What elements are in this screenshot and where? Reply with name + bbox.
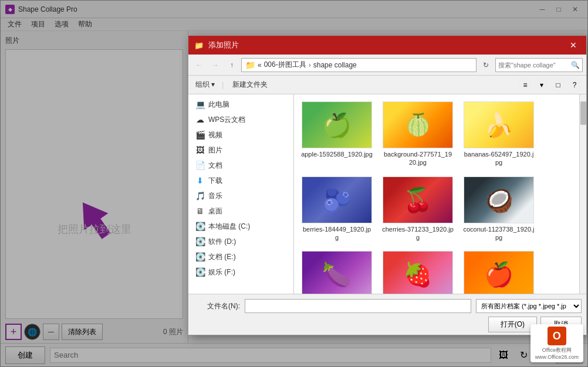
- view-btn-large[interactable]: □: [551, 78, 565, 92]
- video-icon: 🎬: [195, 130, 205, 140]
- file-name-bananas: bananas-652497_1920.jpg: [463, 150, 535, 167]
- wps-icon: ☁: [195, 115, 205, 124]
- path-part-2[interactable]: shape collage: [313, 61, 357, 69]
- nav-search-input[interactable]: [498, 62, 569, 69]
- new-folder-button[interactable]: 新建文件夹: [228, 78, 272, 91]
- watermark-text-2: www.Office26.com: [535, 354, 579, 360]
- file-name-background: background-277571_1920.jpg: [382, 150, 454, 167]
- sidebar-label-desktop: 桌面: [208, 206, 222, 216]
- nav-forward-button[interactable]: →: [208, 58, 222, 72]
- dialog-body: 💻 此电脑 ☁ WPS云文档 🎬 视频 🖼 图片 📄 文档: [188, 94, 586, 294]
- dialog-title-left: 📁 添加照片: [194, 40, 239, 50]
- dialog-sidebar: 💻 此电脑 ☁ WPS云文档 🎬 视频 🖼 图片 📄 文档: [188, 94, 294, 294]
- sidebar-item-downloads[interactable]: ⬇ 下载: [188, 173, 293, 188]
- watermark-text-1: Office教程网: [542, 346, 572, 354]
- file-item-background[interactable]: background-277571_1920.jpg: [380, 99, 456, 169]
- filename-input[interactable]: [245, 299, 471, 313]
- dialog-nav: ← → ↑ 📁 « 006-拼图工具 › shape collage ↻ 🔍: [188, 55, 586, 76]
- sidebar-label-drive-c: 本地磁盘 (C:): [208, 222, 250, 232]
- sidebar-label-docs: 文档: [208, 161, 222, 171]
- file-name-cherries: cherries-371233_1920.jpg: [382, 225, 454, 242]
- sidebar-label-music: 音乐: [208, 191, 222, 201]
- path-separator-1: «: [258, 61, 262, 69]
- music-icon: 🎵: [195, 191, 205, 201]
- file-item-fruits3[interactable]: apple-red-...: [461, 249, 537, 294]
- sidebar-item-drive-c[interactable]: 💽 本地磁盘 (C:): [188, 219, 293, 234]
- file-name-coconut: coconut-1123738_1920.jpg: [463, 225, 535, 242]
- dialog-toolbar: 组织 ▾ | 新建文件夹 ≡ ▾ □ ?: [188, 76, 586, 94]
- path-part-1[interactable]: 006-拼图工具: [264, 60, 306, 70]
- downloads-icon: ⬇: [195, 176, 205, 185]
- sidebar-item-docs[interactable]: 📄 文档: [188, 158, 293, 173]
- file-item-cherries[interactable]: cherries-371233_1920.jpg: [380, 174, 456, 244]
- sidebar-item-music[interactable]: 🎵 音乐: [188, 188, 293, 203]
- view-btn-help[interactable]: ?: [567, 78, 582, 92]
- file-item-fruits2[interactable]: fruits-...: [380, 249, 456, 294]
- scrollbar-thumb[interactable]: [580, 101, 586, 125]
- sidebar-label-video: 视频: [208, 130, 222, 140]
- office-watermark: O Office教程网 www.Office26.com: [530, 324, 583, 362]
- file-item-coconut[interactable]: coconut-1123738_1920.jpg: [461, 174, 537, 244]
- refresh-button[interactable]: ↻: [479, 58, 493, 72]
- toolbar-right: ≡ ▾ □ ?: [518, 78, 582, 92]
- sidebar-item-video[interactable]: 🎬 视频: [188, 127, 293, 142]
- dialog-close-button[interactable]: ✕: [566, 38, 580, 52]
- dialog-title-bar: 📁 添加照片 ✕: [188, 36, 586, 55]
- footer-buttons: 打开(O) 取消: [193, 317, 582, 332]
- sidebar-item-desktop[interactable]: 🖥 桌面: [188, 203, 293, 219]
- file-item-bananas[interactable]: bananas-652497_1920.jpg: [461, 99, 537, 169]
- path-chevron: ›: [309, 61, 311, 69]
- nav-up-button[interactable]: ↑: [225, 58, 239, 72]
- pictures-icon: 🖼: [195, 145, 205, 155]
- sidebar-item-drive-d[interactable]: 💽 软件 (D:): [188, 234, 293, 249]
- nav-back-button[interactable]: ←: [192, 58, 206, 72]
- dialog-overlay: 📁 添加照片 ✕ ← → ↑ 📁 « 006-拼图工具 › shape coll…: [0, 0, 588, 367]
- add-photos-dialog: 📁 添加照片 ✕ ← → ↑ 📁 « 006-拼图工具 › shape coll…: [188, 35, 587, 335]
- sidebar-item-drive-f[interactable]: 💽 娱乐 (F:): [188, 264, 293, 280]
- drive-f-icon: 💽: [195, 267, 205, 277]
- sidebar-label-wps: WPS云文档: [208, 115, 245, 125]
- dialog-folder-icon: 📁: [194, 41, 204, 50]
- drive-e-icon: 💽: [195, 252, 205, 261]
- sidebar-label-downloads: 下载: [208, 176, 222, 186]
- drive-d-icon: 💽: [195, 237, 205, 246]
- dialog-file-area: apple-1592588_1920.jpg background-277571…: [294, 94, 579, 294]
- view-btn-dropdown[interactable]: ▾: [535, 78, 549, 92]
- file-name-berries: berries-184449_1920.jpg: [301, 225, 373, 242]
- sidebar-item-wps[interactable]: ☁ WPS云文档: [188, 112, 293, 127]
- sidebar-label-computer: 此电脑: [208, 100, 229, 110]
- file-item-apple[interactable]: apple-1592588_1920.jpg: [299, 99, 375, 169]
- path-bar: 📁 « 006-拼图工具 › shape collage: [241, 58, 477, 72]
- sidebar-item-pictures[interactable]: 🖼 图片: [188, 142, 293, 158]
- office-icon: O: [548, 327, 566, 345]
- filetype-select[interactable]: 所有图片档案 (*.jpg *.jpeg *.jp: [476, 299, 582, 313]
- sidebar-item-drive-e[interactable]: 💽 文档 (E:): [188, 249, 293, 264]
- organize-button[interactable]: 组织 ▾: [193, 79, 217, 91]
- file-item-berries[interactable]: berries-184449_1920.jpg: [299, 174, 375, 244]
- computer-icon: 💻: [195, 100, 205, 109]
- filename-row: 文件名(N): 所有图片档案 (*.jpg *.jpeg *.jp: [193, 299, 582, 313]
- file-item-figs[interactable]: figs-...: [299, 249, 375, 294]
- path-folder-icon: 📁: [245, 60, 255, 70]
- drive-c-icon: 💽: [195, 222, 205, 231]
- docs-icon: 📄: [195, 161, 205, 170]
- dialog-scrollbar[interactable]: [579, 94, 586, 294]
- dialog-title: 添加照片: [208, 40, 239, 50]
- sidebar-label-drive-d: 软件 (D:): [208, 237, 236, 247]
- view-btn-grid[interactable]: ≡: [518, 78, 532, 92]
- file-name-apple: apple-1592588_1920.jpg: [301, 150, 373, 158]
- dialog-footer: 文件名(N): 所有图片档案 (*.jpg *.jpeg *.jp 打开(O) …: [188, 294, 586, 335]
- search-bar: 🔍: [495, 58, 583, 72]
- sidebar-item-computer[interactable]: 💻 此电脑: [188, 97, 293, 112]
- search-icon: 🔍: [571, 61, 580, 69]
- sidebar-label-pictures: 图片: [208, 145, 222, 155]
- desktop-icon: 🖥: [195, 206, 205, 216]
- filename-label: 文件名(N):: [193, 301, 240, 311]
- sidebar-label-drive-e: 文档 (E:): [208, 252, 236, 262]
- sidebar-label-drive-f: 娱乐 (F:): [208, 267, 235, 277]
- open-button[interactable]: 打开(O): [488, 317, 537, 332]
